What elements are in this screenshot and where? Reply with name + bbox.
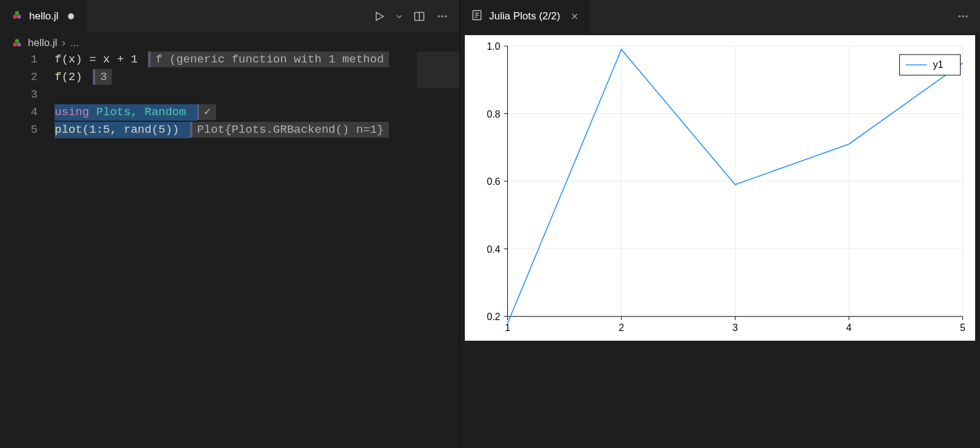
svg-text:1.0: 1.0 bbox=[487, 41, 500, 52]
svg-text:4: 4 bbox=[847, 323, 852, 333]
tab-filename: hello.jl bbox=[29, 10, 58, 22]
svg-point-15 bbox=[959, 16, 961, 18]
more-actions-button[interactable] bbox=[435, 9, 450, 24]
line-number: 2 bbox=[0, 69, 38, 86]
code-line[interactable]: f(x) = x + 1 f (generic function with 1 … bbox=[55, 51, 459, 69]
svg-point-8 bbox=[13, 42, 17, 47]
svg-point-10 bbox=[15, 39, 19, 43]
plot-tab[interactable]: Julia Plots (2/2) bbox=[460, 0, 589, 33]
code-line[interactable] bbox=[55, 86, 459, 104]
plot-canvas[interactable]: 123450.20.40.60.81.0y1 bbox=[465, 35, 975, 341]
julia-file-icon bbox=[11, 37, 23, 49]
svg-point-9 bbox=[17, 42, 21, 47]
breadcrumb[interactable]: hello.jl › ... bbox=[0, 33, 459, 51]
inline-result[interactable]: Plot{Plots.GRBackend() n=1} bbox=[190, 122, 389, 138]
plot-tab-bar: Julia Plots (2/2) bbox=[460, 0, 980, 33]
svg-text:5: 5 bbox=[960, 323, 965, 333]
svg-text:0.6: 0.6 bbox=[487, 176, 500, 187]
inline-result[interactable]: f (generic function with 1 method bbox=[148, 52, 388, 67]
svg-text:2: 2 bbox=[619, 323, 624, 333]
code-editor[interactable]: 1 2 3 4 5 f(x) = x + 1 f (generic functi… bbox=[0, 51, 459, 448]
breadcrumb-tail: ... bbox=[70, 37, 79, 49]
run-button[interactable] bbox=[372, 9, 387, 24]
editor-tab[interactable]: hello.jl bbox=[0, 0, 86, 33]
svg-point-2 bbox=[15, 11, 19, 15]
editor-pane: hello.jl hello.jl › ... 1 bbox=[0, 0, 460, 448]
plot-pane: Julia Plots (2/2) 123450.20.40.60.81.0y1 bbox=[460, 0, 980, 448]
more-actions-button[interactable] bbox=[956, 9, 970, 24]
svg-point-7 bbox=[445, 16, 447, 18]
plot-pane-actions bbox=[956, 9, 980, 24]
line-number: 5 bbox=[0, 121, 38, 139]
svg-text:1: 1 bbox=[505, 323, 510, 333]
line-gutter: 1 2 3 4 5 bbox=[0, 51, 55, 448]
svg-point-16 bbox=[962, 16, 964, 18]
editor-actions bbox=[372, 9, 459, 24]
svg-text:0.4: 0.4 bbox=[487, 244, 500, 255]
code-line[interactable]: plot(1:5, rand(5)) Plot{Plots.GRBackend(… bbox=[55, 121, 459, 139]
inline-result[interactable]: ✓ bbox=[197, 104, 215, 120]
svg-text:y1: y1 bbox=[933, 59, 944, 70]
svg-text:0.8: 0.8 bbox=[487, 109, 500, 119]
code-content: f(x) = x + 1 f (generic function with 1 … bbox=[55, 51, 459, 448]
svg-point-6 bbox=[442, 16, 444, 18]
code-line[interactable]: using Plots, Random ✓ bbox=[55, 104, 459, 121]
svg-text:3: 3 bbox=[732, 323, 738, 333]
julia-file-icon bbox=[11, 9, 23, 24]
line-chart: 123450.20.40.60.81.0y1 bbox=[465, 35, 975, 341]
line-number: 4 bbox=[0, 104, 38, 121]
code-line[interactable]: f(2) 3 bbox=[55, 69, 459, 86]
split-editor-button[interactable] bbox=[412, 9, 427, 24]
svg-point-1 bbox=[17, 15, 21, 19]
run-menu-chevron-icon[interactable] bbox=[395, 9, 404, 24]
svg-point-0 bbox=[13, 15, 17, 19]
editor-tab-bar: hello.jl bbox=[0, 0, 459, 33]
plot-tab-title: Julia Plots (2/2) bbox=[489, 10, 560, 22]
svg-text:0.2: 0.2 bbox=[487, 312, 500, 322]
line-number: 1 bbox=[0, 51, 38, 69]
close-icon[interactable] bbox=[569, 10, 581, 22]
dirty-indicator-icon bbox=[68, 13, 74, 19]
svg-point-17 bbox=[966, 16, 968, 18]
line-number: 3 bbox=[0, 86, 38, 104]
breadcrumb-sep: › bbox=[62, 37, 66, 49]
preview-icon bbox=[471, 9, 483, 24]
svg-point-5 bbox=[438, 16, 440, 18]
inline-result[interactable]: 3 bbox=[93, 69, 112, 85]
breadcrumb-file: hello.jl bbox=[28, 37, 57, 49]
minimap-slider[interactable] bbox=[417, 52, 459, 88]
